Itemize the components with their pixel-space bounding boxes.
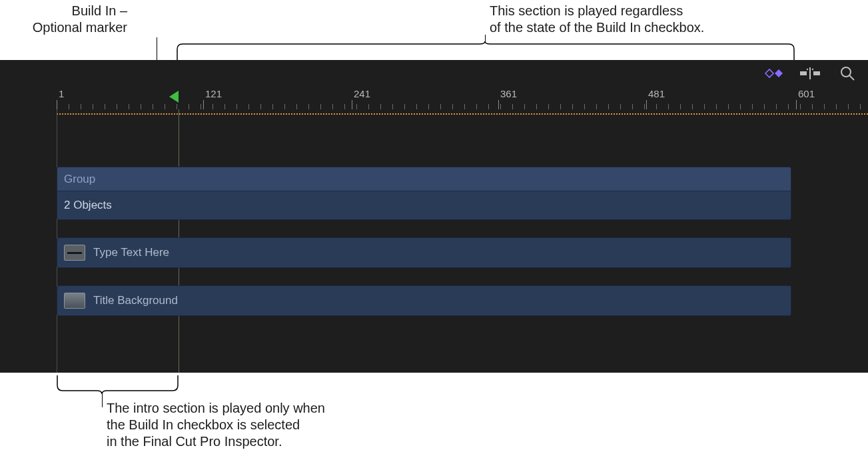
ruler-tick [692, 104, 693, 109]
ruler-tick [332, 104, 333, 109]
clip-label: Type Text Here [93, 246, 169, 259]
ruler-tick-major [646, 100, 647, 109]
ruler-tick [189, 104, 189, 109]
ruler-tick [165, 104, 165, 109]
ruler-tick [488, 104, 489, 109]
ruler-tick [368, 104, 369, 109]
ruler-tick [404, 104, 405, 109]
ruler-tick [224, 104, 225, 109]
ruler-tick [69, 104, 69, 109]
ruler-tick [500, 104, 501, 109]
ruler-tick [512, 104, 513, 109]
ruler-tick [644, 104, 645, 109]
text-thumb-icon [64, 245, 85, 261]
ruler-tick [272, 104, 273, 109]
ruler-tick [572, 104, 573, 109]
bracket-bottom [57, 375, 180, 395]
group-clip[interactable]: Group 2 Objects [57, 167, 791, 220]
ruler-tick [740, 104, 741, 109]
ruler-tick [392, 104, 393, 109]
ruler-tick [836, 104, 837, 109]
bracket-top [177, 41, 796, 61]
clip-item[interactable]: Title Background [57, 285, 791, 316]
ruler-tick [141, 104, 141, 109]
svg-point-4 [812, 69, 813, 70]
ruler-tick [129, 104, 129, 109]
ruler-tick [356, 104, 357, 109]
ruler-tick [344, 104, 345, 109]
image-thumb-icon [64, 293, 85, 309]
timeline-ruler[interactable]: 1121241361481601 [0, 87, 868, 109]
ruler-label: 481 [648, 88, 665, 99]
ruler-tick [464, 104, 465, 109]
ruler-tick [177, 104, 177, 109]
ruler-tick [428, 104, 429, 109]
ruler-tick [452, 104, 453, 109]
ruler-tick [752, 104, 753, 109]
ruler-tick [476, 104, 477, 109]
leader-line [102, 394, 103, 407]
ruler-tick [560, 104, 561, 109]
ruler-tick [236, 104, 237, 109]
ruler-tick [548, 104, 549, 109]
ruler-tick [632, 104, 633, 109]
ruler-tick [680, 104, 681, 109]
ruler-tick [584, 104, 585, 109]
keyframe-nav-icon[interactable] [761, 64, 784, 83]
ruler-tick [308, 104, 309, 109]
ruler-tick-major [203, 100, 204, 109]
ruler-tick [416, 104, 417, 109]
ruler-tick [440, 104, 441, 109]
ruler-tick-major [498, 100, 499, 109]
group-sublabel: 2 Objects [64, 199, 112, 212]
snapping-icon[interactable] [799, 64, 821, 83]
ruler-tick-major [796, 100, 797, 109]
svg-rect-1 [813, 71, 820, 75]
callout-top-right: This section is played regardless of the… [490, 3, 704, 36]
svg-rect-0 [800, 71, 807, 75]
ruler-tick [668, 104, 669, 109]
ruler-label: 601 [798, 88, 815, 99]
svg-point-5 [841, 67, 851, 77]
timeline-panel: 1121241361481601 Group 2 Objects Type Te… [0, 60, 868, 373]
timeline-toolbar [761, 60, 868, 87]
ruler-tick [284, 104, 285, 109]
zoom-icon[interactable] [836, 64, 859, 83]
ruler-tick [213, 104, 213, 109]
build-in-optional-marker[interactable] [169, 91, 179, 103]
ruler-label: 241 [354, 88, 370, 99]
ruler-tick [620, 104, 621, 109]
ruler-tick [848, 104, 849, 109]
ruler-label: 1 [59, 88, 64, 99]
callout-top-left: Build In – Optional marker [0, 3, 127, 36]
svg-point-3 [807, 69, 808, 70]
timeline-tracks: Group 2 Objects Type Text Here Title Bac… [57, 167, 791, 373]
ruler-tick [656, 104, 657, 109]
ruler-tick [81, 104, 81, 109]
ruler-tick [788, 104, 789, 109]
ruler-tick [704, 104, 705, 109]
ruler-tick [320, 104, 321, 109]
ruler-tick [93, 104, 93, 109]
ruler-tick-major [57, 100, 57, 109]
ruler-label: 121 [205, 88, 222, 99]
ruler-tick [716, 104, 717, 109]
callout-bottom: The intro section is played only when th… [107, 400, 325, 450]
ruler-tick [153, 104, 153, 109]
ruler-tick [536, 104, 537, 109]
ruler-tick [800, 104, 801, 109]
ruler-tick [524, 104, 525, 109]
clip-item[interactable]: Type Text Here [57, 237, 791, 268]
group-label: Group [64, 173, 95, 186]
ruler-label: 361 [500, 88, 517, 99]
leader-line [485, 35, 486, 42]
ruler-tick [260, 104, 261, 109]
ruler-tick [812, 104, 813, 109]
ruler-tick [201, 104, 201, 109]
ruler-tick [824, 104, 825, 109]
ruler-tick [860, 104, 861, 109]
ruler-tick [117, 104, 117, 109]
ruler-tick [105, 104, 105, 109]
ruler-tick [248, 104, 249, 109]
ruler-tick [296, 104, 297, 109]
